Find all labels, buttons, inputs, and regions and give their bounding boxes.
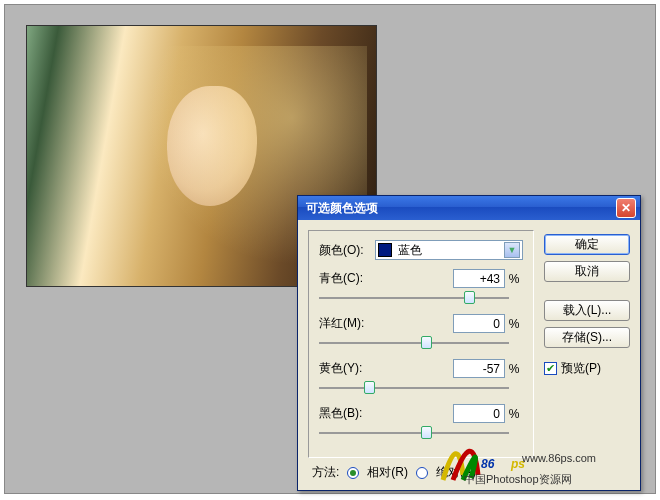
slider-thumb[interactable] — [421, 426, 432, 439]
button-column: 确定 取消 载入(L)... 存储(S)... ✔ 预览(P) — [544, 234, 630, 377]
relative-label: 相对(R) — [367, 464, 408, 481]
cyan-slider[interactable] — [319, 290, 523, 306]
radio-absolute[interactable] — [416, 467, 428, 479]
checkbox-icon: ✔ — [544, 362, 557, 375]
slider-thumb[interactable] — [464, 291, 475, 304]
cancel-button[interactable]: 取消 — [544, 261, 630, 282]
slider-thumb[interactable] — [364, 381, 375, 394]
slider-track — [319, 342, 509, 344]
slider-track — [319, 387, 509, 389]
workspace: 可选颜色选项 ✕ 颜色(O): 蓝色 ▼ 青色(C): — [4, 4, 656, 494]
selective-color-dialog: 可选颜色选项 ✕ 颜色(O): 蓝色 ▼ 青色(C): — [297, 195, 641, 491]
black-slider[interactable] — [319, 425, 523, 441]
load-button[interactable]: 载入(L)... — [544, 300, 630, 321]
color-fieldset: 颜色(O): 蓝色 ▼ 青色(C): % 洋 — [308, 230, 534, 458]
watermark-text: 中国Photoshop资源网 — [464, 472, 572, 487]
yellow-pct: % — [505, 362, 523, 376]
yellow-label: 黄色(Y): — [319, 360, 383, 377]
slider-track — [319, 432, 509, 434]
black-input[interactable] — [453, 404, 505, 423]
cyan-label: 青色(C): — [319, 270, 383, 287]
magenta-label: 洋红(M): — [319, 315, 383, 332]
yellow-slider[interactable] — [319, 380, 523, 396]
slider-track — [319, 297, 509, 299]
black-label: 黑色(B): — [319, 405, 383, 422]
method-label: 方法: — [312, 464, 339, 481]
preview-checkbox-row[interactable]: ✔ 预览(P) — [544, 360, 630, 377]
chevron-down-icon: ▼ — [504, 242, 520, 258]
close-button[interactable]: ✕ — [616, 198, 636, 218]
save-button[interactable]: 存储(S)... — [544, 327, 630, 348]
magenta-pct: % — [505, 317, 523, 331]
radio-relative[interactable] — [347, 467, 359, 479]
cyan-input[interactable] — [453, 269, 505, 288]
yellow-input[interactable] — [453, 359, 505, 378]
ok-button[interactable]: 确定 — [544, 234, 630, 255]
black-pct: % — [505, 407, 523, 421]
dialog-titlebar[interactable]: 可选颜色选项 ✕ — [298, 196, 640, 220]
watermark-url: www.86ps.com — [522, 452, 596, 464]
magenta-slider[interactable] — [319, 335, 523, 351]
dialog-title: 可选颜色选项 — [306, 200, 378, 217]
color-value: 蓝色 — [398, 242, 504, 259]
color-label: 颜色(O): — [319, 242, 375, 259]
slider-thumb[interactable] — [421, 336, 432, 349]
svg-text:86: 86 — [481, 457, 495, 471]
cyan-pct: % — [505, 272, 523, 286]
dialog-body: 颜色(O): 蓝色 ▼ 青色(C): % 洋 — [298, 220, 640, 490]
color-select[interactable]: 蓝色 ▼ — [375, 240, 523, 260]
method-row: 方法: 相对(R) 绝对(A) — [312, 464, 476, 481]
color-swatch — [378, 243, 392, 257]
preview-label: 预览(P) — [561, 360, 601, 377]
magenta-input[interactable] — [453, 314, 505, 333]
close-icon: ✕ — [621, 201, 631, 215]
